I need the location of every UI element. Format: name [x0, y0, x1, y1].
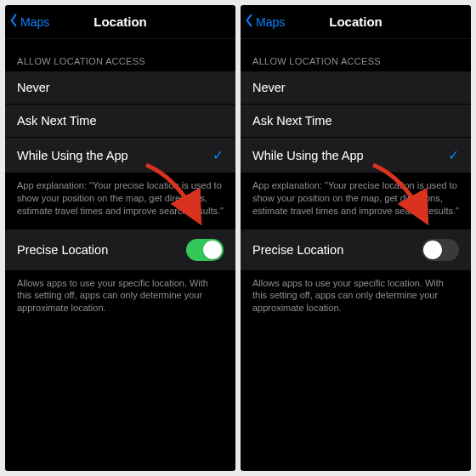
option-label: While Using the App	[17, 149, 128, 162]
option-while-using[interactable]: While Using the App ✓	[5, 138, 235, 173]
chevron-left-icon	[8, 14, 19, 30]
precise-location-toggle[interactable]	[422, 239, 459, 261]
toggle-knob	[203, 241, 222, 259]
section-header: Allow Location Access	[241, 39, 471, 71]
option-label: Ask Next Time	[252, 114, 332, 128]
navbar: Maps Location	[241, 5, 471, 39]
back-button[interactable]: Maps	[5, 14, 49, 30]
checkmark-icon: ✓	[448, 147, 459, 163]
explanation-text: App explanation: "Your precise location …	[241, 173, 471, 230]
option-label: Ask Next Time	[17, 114, 96, 128]
back-label: Maps	[256, 15, 285, 29]
option-never[interactable]: Never	[5, 71, 235, 105]
option-while-using[interactable]: While Using the App ✓	[241, 138, 471, 173]
precise-footer-text: Allows apps to use your specific locatio…	[5, 271, 235, 327]
precise-location-label: Precise Location	[252, 243, 343, 257]
option-label: Never	[252, 81, 286, 94]
settings-screen-right: Maps Location Allow Location Access Neve…	[241, 5, 471, 471]
settings-screen-left: Maps Location Allow Location Access Neve…	[5, 5, 235, 471]
option-label: While Using the App	[252, 149, 364, 162]
explanation-text: App explanation: "Your precise location …	[5, 173, 235, 230]
chevron-left-icon	[244, 14, 254, 30]
option-ask-next-time[interactable]: Ask Next Time	[5, 105, 235, 138]
option-label: Never	[17, 81, 50, 94]
back-label: Maps	[20, 15, 49, 29]
toggle-knob	[423, 241, 442, 259]
precise-location-label: Precise Location	[17, 243, 108, 257]
option-never[interactable]: Never	[241, 71, 471, 105]
precise-footer-text: Allows apps to use your specific locatio…	[241, 271, 471, 327]
back-button[interactable]: Maps	[241, 14, 285, 30]
option-ask-next-time[interactable]: Ask Next Time	[241, 105, 471, 138]
navbar: Maps Location	[5, 5, 235, 39]
section-header: Allow Location Access	[5, 39, 235, 71]
precise-location-toggle[interactable]	[186, 239, 224, 261]
precise-location-row[interactable]: Precise Location	[5, 230, 235, 271]
precise-location-row[interactable]: Precise Location	[241, 230, 471, 271]
checkmark-icon: ✓	[212, 147, 224, 163]
